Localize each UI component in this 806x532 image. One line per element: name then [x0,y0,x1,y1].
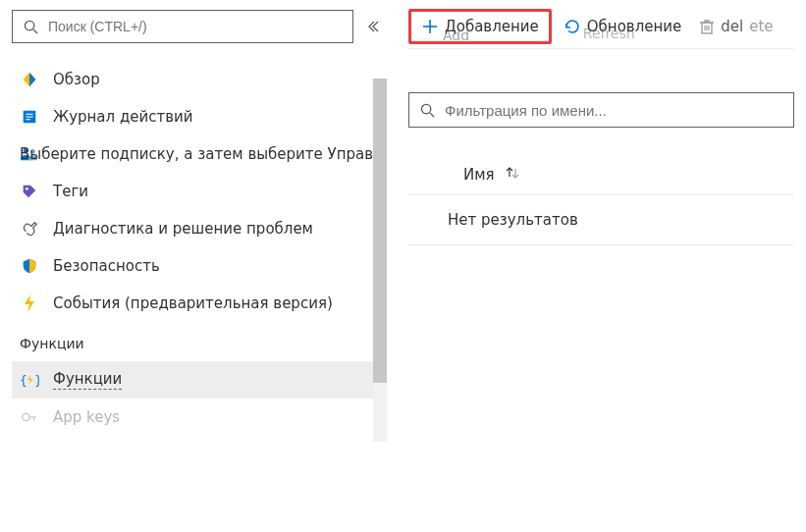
sidebar-item-label: Диагностика и решение проблем [53,220,313,238]
sidebar-item-label: Функции [53,370,122,390]
sidebar-section-functions: Функции [12,322,385,361]
sidebar-item-diagnose[interactable]: Диагностика и решение проблем [12,210,385,247]
app-keys-icon [20,407,39,427]
delete-button: delete [693,14,779,39]
functions-icon: { } [20,370,39,390]
column-name-header[interactable]: Имя [463,165,520,185]
sidebar-item-label: Теги [53,183,88,200]
sort-icon [505,165,520,185]
svg-point-0 [25,21,33,29]
add-button-label: Добавление [445,18,539,35]
svg-line-1 [32,28,36,32]
svg-point-20 [421,104,430,113]
no-results-row: Нет результатов [408,195,794,245]
svg-point-8 [26,187,28,190]
column-name-label: Имя [463,166,495,184]
search-icon [21,17,40,36]
filter-by-name[interactable] [408,92,794,128]
sidebar-item-overview[interactable]: Обзор [12,61,385,98]
search-icon [417,100,437,120]
add-button[interactable]: Добавление Add [408,9,552,44]
sidebar: Обзор Журнал действий Выберите подписку,… [12,10,385,532]
sidebar-item-label: Безопасность [53,257,160,275]
svg-line-21 [429,112,433,116]
sidebar-item-label: Журнал действий [53,108,193,126]
svg-point-10 [23,413,29,420]
delete-ghost-right: ete [749,18,773,35]
overview-icon [20,70,39,89]
toolbar: Добавление Add Обновление Refresh delete [408,10,794,49]
sidebar-item-activity-log[interactable]: Журнал действий [12,98,385,135]
sidebar-item-label: События (предварительная версия) [53,294,333,312]
sidebar-search-input[interactable] [48,19,345,34]
sidebar-item-app-keys[interactable]: App keys [12,399,385,436]
sidebar-item-functions[interactable]: { } Функции [12,361,385,399]
sidebar-search[interactable] [12,10,353,43]
sidebar-item-label: Обзор [53,71,100,88]
sidebar-nav: Обзор Журнал действий Выберите подписку,… [12,61,385,532]
sidebar-item-label: App keys [53,408,120,426]
sidebar-item-iam[interactable]: Выберите подписку, а затем выберите Упра… [12,135,385,173]
shield-icon [20,256,39,276]
activity-log-icon [20,107,39,127]
sidebar-item-security[interactable]: Безопасность [12,247,385,285]
sidebar-item-events[interactable]: События (предварительная версия) [12,285,385,322]
refresh-button-label: Обновление [587,18,681,35]
collapse-sidebar-button[interactable] [361,15,385,38]
refresh-button[interactable]: Обновление Refresh [558,14,687,39]
sidebar-item-label: Выберите подписку, а затем выберите Упра… [20,145,385,163]
delete-ghost-left: del [721,18,743,35]
sidebar-item-tags[interactable]: Теги [12,173,385,210]
svg-text:{ }: { } [20,373,39,388]
main-pane: Добавление Add Обновление Refresh delete… [385,10,794,532]
filter-input[interactable] [445,102,785,119]
events-icon [20,293,39,313]
results-table-header: Имя [408,155,794,195]
diagnose-icon [20,219,39,239]
tags-icon [20,182,39,201]
